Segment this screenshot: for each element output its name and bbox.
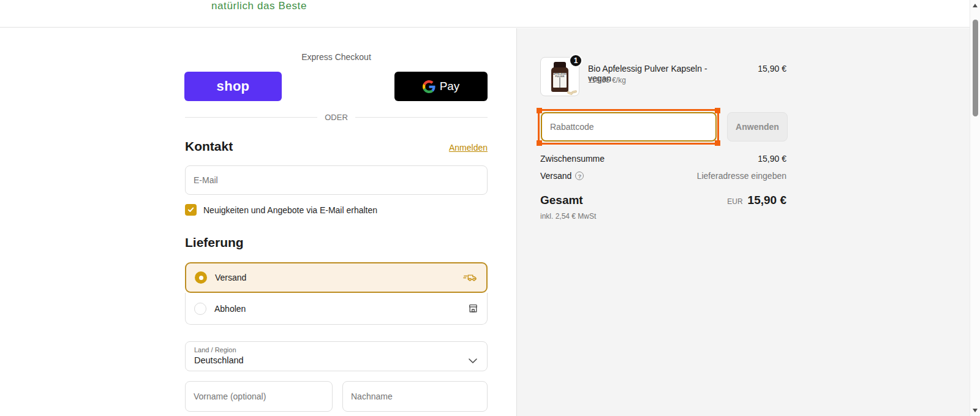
newsletter-checkbox[interactable]: [185, 204, 197, 216]
first-name-field[interactable]: [185, 381, 333, 412]
store-logo[interactable]: natürlich das Beste: [211, 0, 307, 12]
quantity-badge: 1: [569, 54, 582, 67]
country-select-value: Deutschland: [194, 355, 244, 365]
or-divider: ODER: [185, 113, 488, 122]
shipping-method-group: Versand Abholen: [185, 262, 488, 325]
shipping-row-label: Versand ?: [540, 171, 584, 181]
header: natürlich das Beste: [0, 0, 970, 28]
order-summary-panel: [516, 28, 970, 416]
radio-selected[interactable]: [195, 271, 207, 284]
total-label: Gesamt: [540, 194, 583, 207]
newsletter-row: Neuigkeiten und Angebote via E-Mail erha…: [185, 204, 488, 216]
help-icon[interactable]: ?: [575, 172, 584, 180]
newsletter-label: Neuigkeiten und Angebote via E-Mail erha…: [203, 205, 377, 215]
google-g-icon: [423, 80, 435, 93]
shop-pay-button[interactable]: shop: [184, 72, 282, 101]
subtotal-value: 15,90 €: [664, 154, 786, 164]
store-icon: [468, 303, 478, 314]
product-unit-price: 119,55 €/kg: [588, 76, 626, 85]
scrollbar[interactable]: [970, 0, 980, 416]
delivery-truck-icon: [463, 272, 478, 283]
bottle-label: APFELESSIG- PULVER: [553, 73, 567, 88]
divider-line: [185, 117, 317, 118]
tax-note: inkl. 2,54 € MwSt: [540, 212, 596, 221]
shipping-value: Lieferadresse eingeben: [627, 171, 786, 181]
total-amount: EUR 15,90 €: [603, 194, 786, 207]
radio-unselected[interactable]: [194, 303, 206, 315]
apply-discount-button[interactable]: Anwenden: [727, 112, 788, 142]
check-icon: [187, 206, 194, 213]
country-select[interactable]: Land / Region Deutschland: [185, 341, 488, 371]
discount-code-input[interactable]: [541, 112, 717, 142]
capsule-graphic: [559, 77, 560, 88]
shipping-option-label: Abholen: [214, 304, 246, 314]
shipping-label: Versand: [540, 171, 571, 181]
total-value: 15,90 €: [748, 194, 786, 207]
express-checkout-heading: Express Checkout: [185, 52, 488, 62]
checkout-page: natürlich das Beste Express Checkout sho…: [0, 0, 980, 416]
shop-pay-logo: shop: [217, 78, 250, 94]
divider-line: [355, 117, 488, 118]
scrollbar-up-arrow[interactable]: [973, 4, 978, 7]
email-field[interactable]: [185, 165, 488, 195]
or-divider-label: ODER: [325, 113, 348, 122]
scrollbar-thumb[interactable]: [973, 20, 978, 116]
total-currency: EUR: [727, 197, 742, 206]
last-name-field[interactable]: [342, 381, 488, 412]
login-link-wrap: Anmelden: [185, 143, 488, 153]
subtotal-label: Zwischensumme: [540, 154, 605, 164]
google-pay-button[interactable]: Pay: [394, 72, 488, 101]
country-select-label: Land / Region: [194, 346, 236, 354]
shipping-option-abholen[interactable]: Abholen: [185, 293, 488, 325]
chevron-down-icon: [469, 355, 477, 366]
login-link[interactable]: Anmelden: [449, 143, 488, 153]
scrollbar-down-arrow[interactable]: [973, 409, 978, 412]
google-pay-label: Pay: [440, 80, 460, 93]
shipping-option-label: Versand: [215, 273, 246, 282]
delivery-heading: Lieferung: [185, 235, 244, 250]
shipping-option-versand[interactable]: Versand: [185, 262, 488, 293]
product-price: 15,90 €: [701, 64, 786, 74]
